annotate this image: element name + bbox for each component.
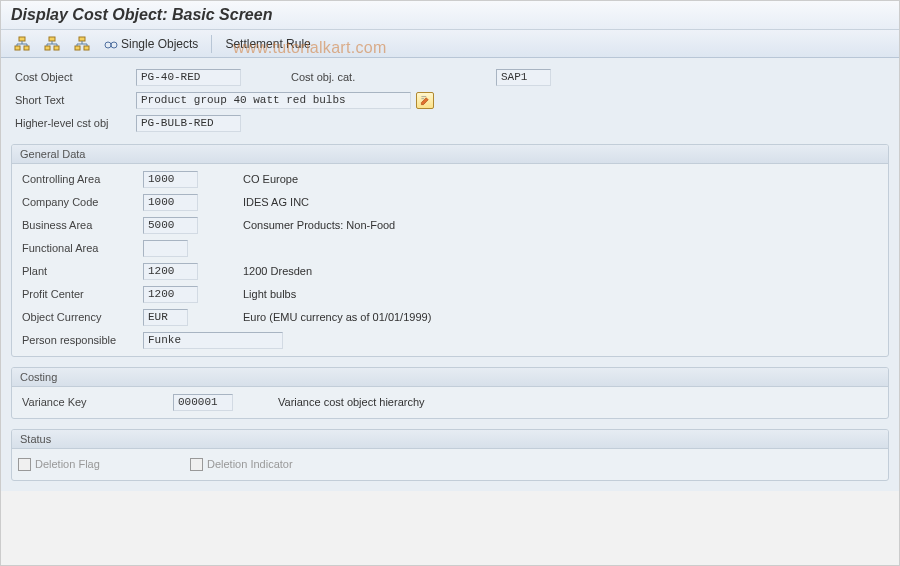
svg-rect-3 bbox=[49, 37, 55, 41]
person-resp-field[interactable]: Funke bbox=[143, 332, 283, 349]
deletion-flag-checkbox bbox=[18, 458, 31, 471]
content-area: Cost Object PG-40-RED Cost obj. cat. SAP… bbox=[1, 58, 899, 491]
general-data-group: General Data Controlling Area 1000 CO Eu… bbox=[11, 144, 889, 357]
functional-area-field[interactable] bbox=[143, 240, 188, 257]
status-header: Status bbox=[12, 430, 888, 449]
toolbar-separator bbox=[211, 35, 212, 53]
svg-point-10 bbox=[111, 42, 117, 48]
cost-object-label: Cost Object bbox=[11, 71, 136, 83]
svg-rect-4 bbox=[45, 46, 50, 50]
svg-rect-11 bbox=[421, 96, 426, 97]
svg-rect-8 bbox=[84, 46, 89, 50]
svg-rect-0 bbox=[19, 37, 25, 41]
higher-level-field[interactable]: PG-BULB-RED bbox=[136, 115, 241, 132]
company-code-desc: IDES AG INC bbox=[243, 196, 309, 208]
profit-center-label: Profit Center bbox=[18, 288, 143, 300]
company-code-field[interactable]: 1000 bbox=[143, 194, 198, 211]
object-currency-desc: Euro (EMU currency as of 01/01/1999) bbox=[243, 311, 431, 323]
higher-level-label: Higher-level cst obj bbox=[11, 117, 136, 129]
svg-rect-12 bbox=[421, 98, 424, 99]
svg-rect-2 bbox=[24, 46, 29, 50]
glasses-icon bbox=[104, 37, 118, 51]
hierarchy-icon bbox=[44, 36, 60, 52]
status-group: Status Deletion Flag Deletion Indicator bbox=[11, 429, 889, 481]
toolbar: Single Objects Settlement Rule bbox=[1, 30, 899, 58]
business-area-label: Business Area bbox=[18, 219, 143, 231]
svg-rect-7 bbox=[75, 46, 80, 50]
cost-obj-cat-label: Cost obj. cat. bbox=[291, 71, 496, 83]
plant-label: Plant bbox=[18, 265, 143, 277]
plant-field[interactable]: 1200 bbox=[143, 263, 198, 280]
business-area-field[interactable]: 5000 bbox=[143, 217, 198, 234]
svg-rect-5 bbox=[54, 46, 59, 50]
profit-center-desc: Light bulbs bbox=[243, 288, 296, 300]
object-currency-field[interactable]: EUR bbox=[143, 309, 188, 326]
svg-rect-6 bbox=[79, 37, 85, 41]
svg-rect-1 bbox=[15, 46, 20, 50]
person-resp-label: Person responsible bbox=[18, 334, 143, 346]
profit-center-field[interactable]: 1200 bbox=[143, 286, 198, 303]
deletion-indicator-checkbox bbox=[190, 458, 203, 471]
cost-object-field[interactable]: PG-40-RED bbox=[136, 69, 241, 86]
settlement-rule-label: Settlement Rule bbox=[225, 37, 310, 51]
variance-key-field[interactable]: 000001 bbox=[173, 394, 233, 411]
long-text-edit-button[interactable] bbox=[416, 92, 434, 109]
single-objects-button[interactable]: Single Objects bbox=[99, 34, 203, 54]
controlling-area-field[interactable]: 1000 bbox=[143, 171, 198, 188]
controlling-area-label: Controlling Area bbox=[18, 173, 143, 185]
page-title: Display Cost Object: Basic Screen bbox=[11, 6, 889, 24]
title-bar: Display Cost Object: Basic Screen bbox=[1, 1, 899, 30]
deletion-indicator-label: Deletion Indicator bbox=[207, 458, 293, 470]
general-data-header: General Data bbox=[12, 145, 888, 164]
hierarchy-icon bbox=[14, 36, 30, 52]
costing-group: Costing Variance Key 000001 Variance cos… bbox=[11, 367, 889, 419]
hierarchy-1-button[interactable] bbox=[9, 33, 35, 55]
cost-obj-cat-field[interactable]: SAP1 bbox=[496, 69, 551, 86]
short-text-field[interactable]: Product group 40 watt red bulbs bbox=[136, 92, 411, 109]
hierarchy-2-button[interactable] bbox=[39, 33, 65, 55]
functional-area-label: Functional Area bbox=[18, 242, 143, 254]
company-code-label: Company Code bbox=[18, 196, 143, 208]
short-text-label: Short Text bbox=[11, 94, 136, 106]
object-currency-label: Object Currency bbox=[18, 311, 143, 323]
hierarchy-icon bbox=[74, 36, 90, 52]
variance-key-desc: Variance cost object hierarchy bbox=[278, 396, 425, 408]
settlement-rule-button[interactable]: Settlement Rule bbox=[220, 34, 315, 54]
plant-desc: 1200 Dresden bbox=[243, 265, 312, 277]
pencil-icon bbox=[420, 95, 431, 106]
single-objects-label: Single Objects bbox=[121, 37, 198, 51]
controlling-area-desc: CO Europe bbox=[243, 173, 298, 185]
business-area-desc: Consumer Products: Non-Food bbox=[243, 219, 395, 231]
hierarchy-3-button[interactable] bbox=[69, 33, 95, 55]
deletion-flag-label: Deletion Flag bbox=[35, 458, 190, 470]
variance-key-label: Variance Key bbox=[18, 396, 173, 408]
costing-header: Costing bbox=[12, 368, 888, 387]
svg-point-9 bbox=[105, 42, 111, 48]
